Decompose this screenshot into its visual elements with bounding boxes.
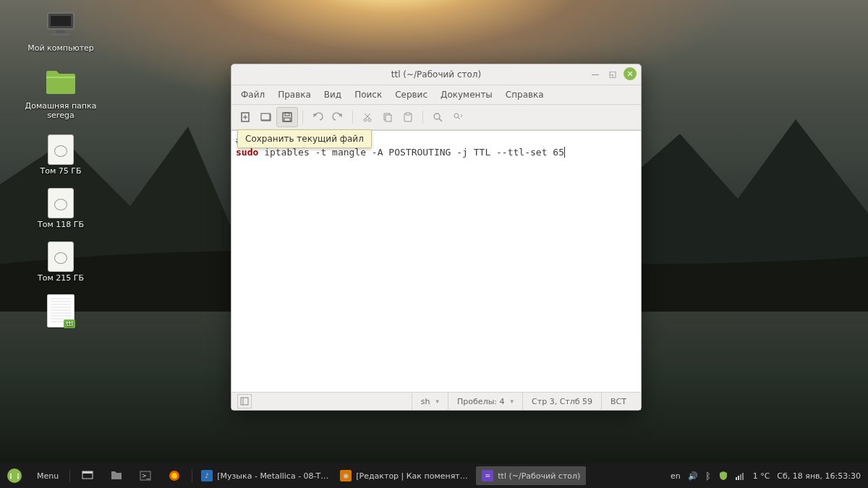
drive-icon xyxy=(48,134,74,165)
bluetooth-icon[interactable]: ᛒ xyxy=(705,471,711,481)
network-icon[interactable] xyxy=(736,471,746,480)
taskbar: ⋮⋮ Menu >_ ♪ [Музыка - Metallica - 08-T…… xyxy=(0,463,868,488)
taskbar-item-editor[interactable]: ≡ ttl (~/Рабочий стол) xyxy=(476,466,586,485)
menu-help[interactable]: Справка xyxy=(501,87,549,102)
desktop-icon-label: Домашняя папка serega xyxy=(25,101,97,120)
menu-file[interactable]: Файл xyxy=(236,87,270,102)
clock[interactable]: Сб, 18 янв, 16:53:30 xyxy=(777,471,861,481)
svg-rect-1 xyxy=(51,16,71,26)
text-cursor xyxy=(564,147,565,158)
menu-search[interactable]: Поиск xyxy=(349,87,387,102)
find-button[interactable] xyxy=(427,108,448,127)
paste-button[interactable] xyxy=(398,108,418,127)
new-file-button[interactable] xyxy=(236,108,256,127)
save-file-button[interactable] xyxy=(276,107,298,127)
svg-rect-34 xyxy=(738,476,739,480)
svg-point-32 xyxy=(171,473,177,479)
svg-line-22 xyxy=(439,119,442,121)
undo-button[interactable] xyxy=(307,108,328,127)
editor-text-area[interactable]: #!/bin/bash sudo iptables -t mangle -A P… xyxy=(231,130,641,392)
menu-edit[interactable]: Правка xyxy=(273,87,316,102)
svg-rect-9 xyxy=(261,114,270,120)
cut-button[interactable] xyxy=(357,108,378,127)
desktop-icon-label: Том 75 ГБ xyxy=(25,166,97,176)
desktop-icon-file-ttl[interactable]: ttl xyxy=(25,294,97,330)
shield-icon[interactable] xyxy=(718,471,728,481)
music-player-icon: ♪ xyxy=(201,470,213,481)
code-rest: iptables -t mangle -A POSTROUTING -j TTL… xyxy=(258,147,564,158)
desktop-icon-home[interactable]: Домашняя папка serega xyxy=(25,65,97,120)
window-close-button[interactable]: ✕ xyxy=(624,67,637,80)
status-cursor-position: Стр 3, Стлб 59 xyxy=(522,393,601,410)
text-editor-icon: ≡ xyxy=(482,470,493,481)
taskbar-item-label: ttl (~/Рабочий стол) xyxy=(498,471,580,481)
weather-indicator[interactable]: 1 °C xyxy=(753,471,770,481)
statusbar: sh Пробелы: 4 Стр 3, Стлб 59 ВСТ xyxy=(231,392,641,410)
open-file-button[interactable] xyxy=(256,108,276,127)
svg-rect-18 xyxy=(386,115,391,121)
menubar: Файл Правка Вид Поиск Сервис Документы С… xyxy=(231,85,641,105)
folder-home-icon xyxy=(43,65,78,100)
toolbar-separator xyxy=(422,111,423,124)
svg-rect-28 xyxy=(82,471,93,474)
desktop-icon-label: Том 118 ГБ xyxy=(25,220,97,229)
toolbar-separator xyxy=(352,111,353,124)
status-insert-mode[interactable]: ВСТ xyxy=(601,393,635,410)
window-minimize-button[interactable]: — xyxy=(589,67,602,80)
svg-rect-35 xyxy=(740,474,741,480)
side-panel-toggle[interactable] xyxy=(237,394,252,408)
browser-icon: ◉ xyxy=(340,470,352,481)
svg-line-24 xyxy=(458,117,460,119)
start-menu-button[interactable]: Menu xyxy=(30,466,66,485)
desktop-icon-drive-215[interactable]: Том 215 ГБ xyxy=(25,239,97,283)
svg-rect-20 xyxy=(406,113,410,115)
find-replace-button[interactable] xyxy=(448,108,468,127)
show-desktop-button[interactable] xyxy=(74,466,101,485)
svg-rect-33 xyxy=(736,477,737,480)
svg-line-15 xyxy=(365,114,370,119)
svg-rect-3 xyxy=(52,33,69,35)
svg-text:>_: >_ xyxy=(142,473,150,479)
drive-icon xyxy=(48,188,74,218)
volume-icon[interactable]: 🔊 xyxy=(688,471,698,481)
redo-button[interactable] xyxy=(328,108,348,127)
taskbar-item-browser[interactable]: ◉ [Редактор | Как поменять… xyxy=(334,466,476,485)
svg-rect-12 xyxy=(284,118,290,121)
window-title: ttl (~/Рабочий стол) xyxy=(391,69,481,80)
editor-window: ttl (~/Рабочий стол) — ◱ ✕ Файл Правка В… xyxy=(231,64,642,411)
desktop-icon-drive-118[interactable]: Том 118 ГБ xyxy=(25,185,97,229)
code-sudo: sudo xyxy=(236,147,258,158)
desktop-icon-label: Мой компьютер xyxy=(25,43,97,53)
computer-icon xyxy=(43,7,78,42)
titlebar[interactable]: ttl (~/Рабочий стол) — ◱ ✕ xyxy=(231,64,641,85)
svg-rect-4 xyxy=(46,77,75,78)
svg-point-14 xyxy=(368,119,371,121)
window-maximize-button[interactable]: ◱ xyxy=(606,67,619,80)
status-tab-width[interactable]: Пробелы: 4 xyxy=(448,393,522,410)
toolbar-separator xyxy=(302,111,303,124)
status-language[interactable]: sh xyxy=(412,393,448,410)
system-tray: en 🔊 ᛒ 1 °C Сб, 18 янв, 16:53:30 xyxy=(663,471,868,481)
menu-tools[interactable]: Сервис xyxy=(390,87,433,102)
keyboard-layout-indicator[interactable]: en xyxy=(671,471,681,481)
drive-icon xyxy=(48,241,74,272)
desktop-icon-drive-75[interactable]: Том 75 ГБ xyxy=(25,132,97,176)
taskbar-item-music[interactable]: ♪ [Музыка - Metallica - 08-T… xyxy=(195,466,334,485)
mint-logo-icon[interactable]: ⋮⋮ xyxy=(1,466,28,485)
svg-rect-2 xyxy=(56,30,65,33)
svg-rect-25 xyxy=(241,398,248,405)
terminal-launcher[interactable]: >_ xyxy=(132,466,159,485)
firefox-launcher[interactable] xyxy=(161,466,188,485)
svg-point-13 xyxy=(364,119,367,121)
files-launcher[interactable] xyxy=(103,466,130,485)
menu-documents[interactable]: Документы xyxy=(435,87,498,102)
copy-button[interactable] xyxy=(378,108,398,127)
desktop-icon-computer[interactable]: Мой компьютер xyxy=(25,7,97,53)
menu-view[interactable]: Вид xyxy=(319,87,346,102)
taskbar-item-label: [Редактор | Как поменять… xyxy=(356,471,470,481)
panel-separator xyxy=(192,469,192,482)
svg-point-21 xyxy=(434,114,440,119)
taskbar-item-label: [Музыка - Metallica - 08-T… xyxy=(217,471,328,481)
svg-line-16 xyxy=(365,114,370,119)
tooltip-save: Сохранить текущий файл xyxy=(237,129,372,148)
